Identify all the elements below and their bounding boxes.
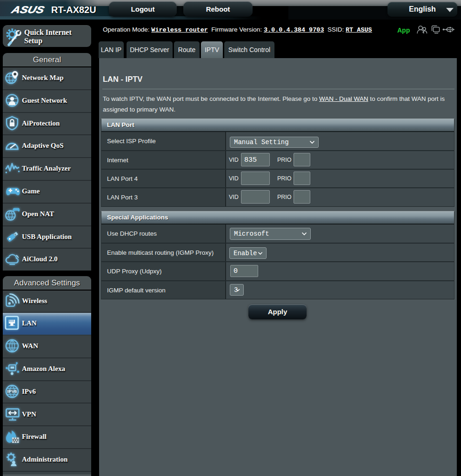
- svg-text:IPV6: IPV6: [7, 389, 17, 394]
